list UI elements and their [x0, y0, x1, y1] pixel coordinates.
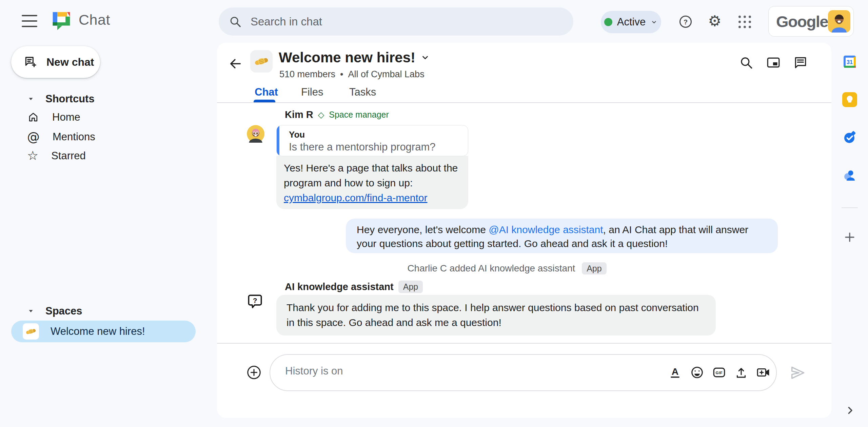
composer-divider	[217, 343, 831, 344]
search-input[interactable]	[251, 15, 549, 28]
rail-divider	[842, 207, 858, 208]
quote-author: You	[289, 129, 305, 140]
tab-chat[interactable]: Chat	[255, 86, 278, 98]
space-avatar[interactable]	[250, 50, 273, 73]
tab-files[interactable]: Files	[301, 86, 323, 98]
svg-text:?: ?	[684, 18, 688, 26]
app-title: Chat	[79, 12, 110, 28]
sidebar-item-starred[interactable]: ☆ Starred	[27, 148, 86, 163]
quote-accent-bar	[277, 125, 279, 156]
emoji-icon[interactable]	[690, 365, 704, 380]
calendar-icon[interactable]: 31	[842, 54, 858, 70]
google-account-widget[interactable]: Google	[768, 6, 854, 37]
expand-rail-chevron[interactable]	[845, 405, 855, 415]
gif-icon[interactable]: GIF	[712, 365, 726, 380]
dot-separator: •	[340, 69, 343, 80]
status-label: Active	[617, 16, 646, 28]
page-title: Welcome new hires!	[279, 49, 415, 66]
caret-down-icon	[28, 96, 34, 102]
message-sender-row: Kim R ◇ Space manager	[285, 109, 389, 120]
sidebar-item-mentions[interactable]: @ Mentions	[27, 129, 95, 144]
avatar-kim[interactable]	[247, 125, 264, 143]
status-active-dot	[604, 18, 612, 26]
main-menu-icon[interactable]	[22, 15, 37, 27]
chevron-down-icon	[421, 53, 430, 62]
back-arrow-button[interactable]	[228, 56, 243, 71]
message-bubble-welcome[interactable]: Hey everyone, let's welcome @AI knowledg…	[346, 219, 778, 253]
search-icon	[229, 15, 242, 28]
svg-text:31: 31	[847, 59, 853, 65]
quoted-message-card[interactable]: You Is there a mentorship program?	[276, 125, 468, 156]
status-selector[interactable]: Active	[601, 11, 661, 33]
chevron-down-icon	[650, 18, 658, 26]
new-chat-button[interactable]: New chat	[11, 46, 100, 78]
google-chat-logo-icon	[52, 11, 71, 30]
handshake-emoji-icon	[23, 323, 39, 340]
search-in-space-icon[interactable]	[739, 56, 754, 70]
threads-icon[interactable]	[793, 56, 808, 70]
search-bar[interactable]	[219, 7, 573, 36]
text-format-icon[interactable]: A	[668, 365, 682, 380]
member-count[interactable]: 510 members	[279, 69, 335, 80]
space-item-label: Welcome new hires!	[51, 325, 145, 338]
add-app-button[interactable]	[843, 230, 856, 244]
new-chat-icon	[23, 55, 38, 69]
google-wordmark: Google	[776, 12, 828, 31]
space-panel: Welcome new hires! 510 members • All of …	[217, 43, 831, 418]
quote-text: Is there a mentorship program?	[289, 141, 436, 153]
space-audience: All of Cymbal Labs	[348, 69, 425, 80]
tab-tasks[interactable]: Tasks	[349, 86, 376, 98]
handshake-emoji-icon	[254, 54, 269, 69]
sidebar-space-welcome-new-hires[interactable]: Welcome new hires!	[11, 321, 196, 342]
sidebar-item-home[interactable]: Home	[27, 111, 80, 123]
shortcuts-section-toggle[interactable]: Shortcuts	[28, 93, 95, 105]
svg-text:?: ?	[253, 297, 257, 304]
role-badge: Space manager	[329, 110, 389, 120]
apps-grid-icon[interactable]	[736, 14, 753, 30]
upload-icon[interactable]	[734, 365, 748, 380]
tabs-divider	[217, 102, 831, 103]
contacts-icon[interactable]	[842, 168, 857, 183]
video-meeting-icon[interactable]	[756, 365, 770, 380]
space-manager-diamond-icon: ◇	[318, 110, 324, 120]
avatar[interactable]	[828, 10, 850, 33]
help-icon[interactable]: ?	[677, 14, 694, 30]
spaces-section-toggle[interactable]: Spaces	[28, 305, 82, 317]
sender-name[interactable]: Kim R	[285, 109, 313, 120]
app-badge: App	[398, 281, 423, 293]
picture-in-picture-icon[interactable]	[766, 56, 781, 70]
sender-name[interactable]: AI knowledge assistant	[285, 281, 394, 292]
system-event-row: Charlie C added AI knowledge assistant A…	[217, 263, 797, 274]
keep-icon[interactable]	[842, 92, 857, 107]
send-message-button[interactable]	[789, 365, 806, 381]
app-badge: App	[582, 262, 606, 274]
message-bubble-kim-reply[interactable]: Yes! Here's a page that talks about the …	[276, 156, 468, 209]
svg-text:A: A	[672, 366, 678, 377]
ai-assistant-mention-link[interactable]: @AI knowledge assistant	[489, 224, 603, 235]
message-input[interactable]	[285, 365, 658, 377]
at-mention-icon: @	[27, 129, 40, 144]
space-title-menu[interactable]: Welcome new hires!	[279, 49, 430, 66]
settings-gear-icon[interactable]: ⚙	[707, 13, 723, 29]
star-icon: ☆	[27, 148, 38, 163]
tasks-icon[interactable]	[842, 130, 857, 145]
avatar-ai-assistant[interactable]: ?	[247, 293, 263, 310]
message-sender-row: AI knowledge assistant App	[285, 281, 423, 293]
message-bubble-ai-assistant[interactable]: Thank you for adding me to this space. I…	[276, 295, 716, 336]
svg-text:GIF: GIF	[716, 371, 723, 375]
active-tab-indicator	[254, 100, 275, 102]
caret-down-icon	[28, 308, 34, 314]
add-attachment-button[interactable]	[246, 365, 262, 380]
home-icon	[27, 111, 39, 123]
mentor-link[interactable]: cymbalgroup.com/find-a-mentor	[284, 192, 428, 203]
space-subtitle: 510 members • All of Cymbal Labs	[279, 69, 425, 80]
